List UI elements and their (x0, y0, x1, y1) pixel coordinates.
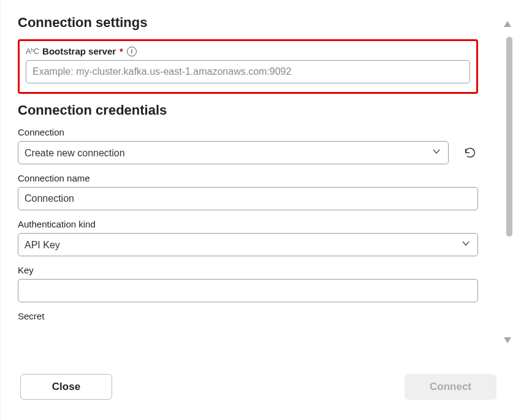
connection-select-wrap: Create new connection (18, 141, 449, 164)
key-label: Key (18, 265, 478, 275)
bootstrap-highlight-box: AᵇC Bootstrap server * i (18, 39, 478, 94)
bootstrap-server-input[interactable] (26, 60, 470, 83)
connection-panel: Connection settings AᵇC Bootstrap server… (0, 0, 521, 420)
info-icon[interactable]: i (127, 47, 137, 56)
auth-kind-label: Authentication kind (18, 219, 478, 229)
content-scroll-area: Connection settings AᵇC Bootstrap server… (1, 0, 495, 346)
connection-row: Create new connection (18, 141, 478, 164)
scroll-down-arrow-icon[interactable] (503, 336, 512, 347)
section-title-credentials: Connection credentials (18, 102, 478, 118)
section-title-settings: Connection settings (18, 15, 478, 31)
refresh-icon (463, 146, 477, 159)
connection-name-input[interactable] (18, 187, 478, 210)
auth-kind-select[interactable]: API Key (18, 233, 478, 256)
footer: Close Connect (1, 353, 521, 420)
close-button[interactable]: Close (20, 374, 112, 400)
connection-label: Connection (18, 127, 478, 137)
scroll-up-arrow-icon[interactable] (503, 20, 512, 31)
connect-button[interactable]: Connect (405, 374, 496, 400)
bootstrap-label-row: AᵇC Bootstrap server * i (26, 46, 470, 56)
refresh-button[interactable] (462, 145, 478, 161)
text-type-icon: AᵇC (26, 47, 39, 56)
required-mark: * (120, 46, 123, 56)
connection-name-label: Connection name (18, 173, 478, 183)
connection-select[interactable]: Create new connection (18, 141, 449, 164)
bootstrap-label: Bootstrap server (42, 46, 116, 56)
secret-label: Secret (18, 311, 478, 321)
scrollbar-thumb[interactable] (506, 37, 512, 237)
auth-kind-select-wrap: API Key (18, 233, 478, 256)
key-input[interactable] (18, 279, 478, 302)
